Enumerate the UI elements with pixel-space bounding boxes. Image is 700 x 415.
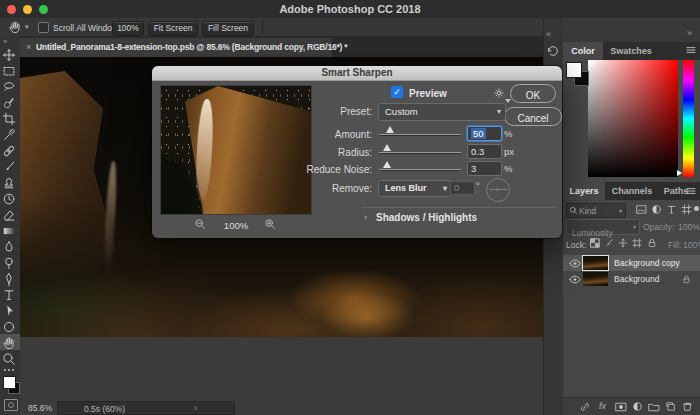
foreground-color-swatch[interactable] [3, 376, 16, 389]
new-layer-icon[interactable] [665, 401, 676, 412]
filter-shape-layers-icon[interactable] [681, 204, 692, 215]
tab-channels[interactable]: Channels [605, 182, 659, 200]
toolbar-expand-icon[interactable]: » [3, 37, 6, 46]
add-layer-mask-icon[interactable] [615, 402, 627, 412]
amount-slider-track[interactable] [379, 134, 461, 135]
fill-label: Fill: [668, 240, 681, 250]
panel-collapse-icon[interactable]: » [687, 28, 691, 38]
visibility-eye-icon[interactable] [569, 275, 581, 284]
tool-eyedropper[interactable] [2, 128, 18, 144]
tool-brush[interactable] [2, 160, 18, 176]
layer-filter-kind-dropdown[interactable]: Kind ▾ [566, 203, 626, 218]
radius-slider-thumb[interactable] [383, 144, 391, 151]
tool-ellipse-shape[interactable] [2, 320, 18, 336]
tool-gradient[interactable] [2, 224, 18, 240]
gear-menu-chevron-icon[interactable] [505, 99, 511, 103]
quick-mask-button[interactable] [4, 399, 18, 411]
reduce-noise-slider-thumb[interactable] [383, 161, 391, 168]
layer-name[interactable]: Background copy [614, 258, 680, 268]
status-zoom-field[interactable]: 85.6% [28, 403, 52, 413]
color-panel-foreground-swatch[interactable] [566, 62, 582, 78]
layer-thumbnail[interactable] [583, 272, 608, 286]
new-adjustment-layer-icon[interactable] [632, 401, 643, 412]
tool-history-brush[interactable] [2, 192, 18, 208]
layers-panel-menu-icon[interactable] [686, 187, 696, 195]
lock-transparent-pixels-icon[interactable] [590, 238, 600, 248]
tool-path-selection[interactable] [2, 304, 18, 320]
tool-preset-chevron-icon[interactable]: ▾ [25, 23, 29, 31]
history-panel-icon[interactable] [546, 44, 560, 58]
tab-layers[interactable]: Layers [563, 182, 605, 200]
shadows-highlights-chevron-icon[interactable]: › [364, 212, 367, 222]
tool-move[interactable] [2, 48, 18, 64]
saturation-brightness-picker[interactable] [588, 60, 678, 177]
amount-unit: % [504, 128, 512, 139]
tool-type[interactable] [2, 288, 18, 304]
cancel-button[interactable]: Cancel [504, 107, 562, 126]
color-panel-menu-icon[interactable] [686, 46, 696, 54]
lock-position-icon[interactable] [618, 238, 628, 248]
status-info-field[interactable]: 0.5s (60%) › [57, 401, 235, 415]
status-popup-chevron-icon[interactable]: › [194, 403, 197, 413]
angle-value-field[interactable]: 0 [450, 181, 475, 195]
zoom-100-button[interactable]: 100% [112, 21, 144, 36]
layer-name[interactable]: Background [614, 274, 659, 284]
tab-swatches[interactable]: Swatches [603, 42, 659, 60]
filter-pixel-layers-icon[interactable] [636, 204, 647, 215]
remove-dropdown[interactable]: Lens Blur ▾ [378, 180, 452, 197]
fill-value[interactable]: 100% [683, 240, 700, 250]
reduce-noise-slider-track[interactable] [379, 169, 461, 170]
dock-collapse-icon[interactable]: « [546, 29, 550, 39]
radius-value-field[interactable]: 0.3 [467, 144, 502, 159]
tool-eraser[interactable] [2, 208, 18, 224]
opacity-value[interactable]: 100% [678, 222, 700, 232]
fit-screen-button[interactable]: Fit Screen [148, 21, 198, 36]
layer-style-fx-icon[interactable]: fx [599, 401, 606, 411]
shadows-highlights-label[interactable]: Shadows / Highlights [376, 212, 477, 223]
tool-clone-stamp[interactable] [2, 176, 18, 192]
new-group-icon[interactable] [648, 402, 660, 412]
tab-color[interactable]: Color [563, 42, 603, 60]
lock-image-pixels-icon[interactable] [604, 238, 614, 248]
filter-type-layers-icon[interactable] [666, 204, 677, 215]
lock-all-icon[interactable] [647, 238, 657, 248]
tool-quick-selection[interactable] [2, 96, 18, 112]
dialog-title[interactable]: Smart Sharpen [152, 66, 562, 81]
amount-slider-thumb[interactable] [386, 126, 394, 133]
radius-slider-track[interactable] [379, 152, 461, 153]
blend-mode-dropdown[interactable]: Luminosity ▾ [566, 219, 640, 235]
tool-crop[interactable] [2, 112, 18, 128]
layer-row-background-copy[interactable]: Background copy [563, 255, 700, 271]
hand-tool-preset-icon[interactable] [8, 20, 22, 34]
preset-dropdown[interactable]: Custom ▾ [378, 103, 506, 121]
tool-hand[interactable] [2, 336, 18, 352]
layer-thumbnail[interactable] [583, 256, 608, 270]
link-layers-icon[interactable] [579, 402, 591, 412]
preview-zoom-level[interactable]: 100% [214, 220, 258, 231]
preview-zoom-in-icon[interactable] [264, 218, 276, 230]
lock-artboard-icon[interactable] [632, 238, 642, 248]
preview-checkbox[interactable]: ✓ [391, 86, 403, 98]
ok-button[interactable]: OK [510, 84, 556, 103]
tool-rectangular-marquee[interactable] [2, 64, 18, 80]
layer-row-background[interactable]: Background [563, 271, 700, 287]
angle-dial[interactable] [486, 178, 510, 202]
preview-zoom-out-icon[interactable] [194, 218, 206, 230]
fill-screen-button[interactable]: Fill Screen [202, 21, 254, 36]
layer-filtering-toggle[interactable] [694, 206, 699, 211]
delete-layer-icon[interactable] [682, 401, 693, 412]
filter-adjustment-layers-icon[interactable] [651, 204, 662, 215]
gear-icon[interactable] [493, 87, 505, 99]
blend-mode-value: Luminosity [572, 228, 613, 238]
hue-strip[interactable] [683, 60, 694, 177]
tool-spot-healing-brush[interactable] [2, 144, 18, 160]
tool-pen[interactable] [2, 272, 18, 288]
tool-lasso[interactable] [2, 80, 18, 96]
tool-blur[interactable] [2, 240, 18, 256]
amount-value-field[interactable]: 50 [467, 126, 502, 141]
reduce-noise-value-field[interactable]: 3 [467, 161, 502, 176]
scroll-all-windows-checkbox[interactable] [38, 22, 49, 33]
visibility-eye-icon[interactable] [569, 259, 581, 268]
tool-dodge[interactable] [2, 256, 18, 272]
tab-close-icon[interactable]: × [26, 42, 31, 52]
